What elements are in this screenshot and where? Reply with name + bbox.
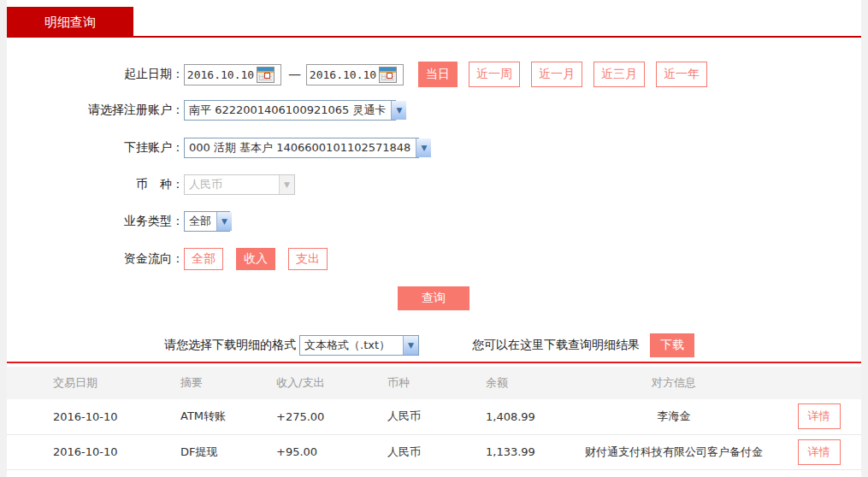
query-button[interactable]: 查询 [398,286,469,310]
col-header-counterparty: 对方信息 [571,367,776,399]
tab-underline [7,36,861,38]
biz-type-select[interactable]: 全部 ▼ [184,211,230,232]
cell-date: 2016-10-10 [7,399,133,434]
tab-detail-query[interactable]: 明细查询 [7,7,133,38]
cell-currency: 人民币 [349,434,447,469]
biz-type-value: 全部 [185,214,216,229]
quick-range-year-button[interactable]: 近一年 [656,62,707,87]
chevron-down-icon[interactable]: ▼ [403,336,418,355]
sub-account-label: 下挂账户： [7,140,184,156]
col-header-date: 交易日期 [7,367,133,399]
table-top-separator [7,362,861,363]
currency-label: 币 种： [7,177,184,192]
flow-income-button[interactable]: 收入 [236,248,275,270]
download-button[interactable]: 下载 [650,333,694,357]
chevron-down-icon[interactable]: ▼ [416,138,431,157]
quick-range-week-button[interactable]: 近一周 [469,62,520,87]
biz-type-label: 业务类型： [7,214,184,229]
quick-range-quarter-button[interactable]: 近三月 [593,62,645,87]
cell-amount: +95.00 [238,434,349,469]
download-format-label: 请您选择下载明细的格式 [164,338,296,353]
sub-account-select[interactable]: 000 活期 基本户 1406600101102571848 ▼ [184,138,419,158]
date-from-input[interactable] [185,66,257,84]
fund-flow-row: 资金流向： 全部 收入 支出 [7,248,340,270]
col-header-amount: 收入/支出 [238,367,349,399]
content-panel: 明细查询 起止日期： — 当日 近一周 近一月 近三月 近一年 请选择注册账户：… [7,0,861,477]
register-account-label: 请选择注册账户： [7,103,184,118]
date-range-label: 起止日期： [7,67,184,82]
download-format-value: 文本格式（.txt） [300,338,403,353]
download-row: 请您选择下载明细的格式 文本格式（.txt） ▼ 您可以在这里下载查询明细结果 … [7,333,694,357]
quick-range-today-button[interactable]: 当日 [418,62,458,87]
cell-date: 2016-10-10 [7,434,133,469]
chevron-down-icon[interactable]: ▼ [391,101,406,120]
col-header-summary: 摘要 [133,367,238,399]
detail-button[interactable]: 详情 [798,439,841,465]
sub-account-row: 下挂账户： 000 活期 基本户 1406600101102571848 ▼ [7,138,419,158]
currency-value: 人民币 [185,177,279,192]
cell-balance: 1,408.99 [447,399,571,434]
calendar-icon[interactable] [379,67,397,83]
download-hint: 您可以在这里下载查询明细结果 [472,338,640,353]
cell-currency: 人民币 [349,399,447,434]
calendar-icon[interactable] [257,67,275,83]
sub-account-value: 000 活期 基本户 1406600101102571848 [185,140,416,156]
biz-type-row: 业务类型： 全部 ▼ [7,211,230,232]
currency-row: 币 种： 人民币 ▼ [7,174,295,195]
col-header-currency: 币种 [349,367,447,399]
cell-counterparty: 李海金 [571,399,776,434]
date-range-row: 起止日期： — 当日 近一周 近一月 近三月 近一年 [7,62,707,87]
flow-all-button[interactable]: 全部 [184,248,223,270]
chevron-down-icon[interactable]: ▼ [216,212,232,231]
flow-expense-button[interactable]: 支出 [288,248,328,270]
date-from-field[interactable] [184,64,281,85]
detail-button[interactable]: 详情 [798,403,841,429]
download-format-select[interactable]: 文本格式（.txt） ▼ [299,335,419,356]
col-header-action [776,367,861,399]
date-to-field[interactable] [306,64,404,85]
register-account-row: 请选择注册账户： 南平 6222001406100921065 灵通卡 ▼ [7,100,396,121]
chevron-down-icon: ▼ [279,175,294,194]
fund-flow-label: 资金流向： [7,251,184,267]
cell-balance: 1,133.99 [447,434,571,469]
cell-summary: ATM转账 [133,399,238,434]
currency-select: 人民币 ▼ [184,174,295,195]
cell-amount: +275.00 [238,399,349,434]
register-account-value: 南平 6222001406100921065 灵通卡 [185,103,391,118]
register-account-select[interactable]: 南平 6222001406100921065 灵通卡 ▼ [184,100,396,121]
date-range-separator: — [288,67,301,82]
cell-summary: DF提现 [133,434,238,469]
quick-range-month-button[interactable]: 近一月 [531,62,582,87]
table-row: 2016-10-10 ATM转账 +275.00 人民币 1,408.99 李海… [7,399,861,434]
transactions-table: 交易日期 摘要 收入/支出 币种 余额 对方信息 2016-10-10 ATM转… [7,367,861,470]
table-header-row: 交易日期 摘要 收入/支出 币种 余额 对方信息 [7,367,861,399]
cell-counterparty: 财付通支付科技有限公司客户备付金 [571,434,776,469]
table-row: 2016-10-10 DF提现 +95.00 人民币 1,133.99 财付通支… [7,434,861,469]
date-to-input[interactable] [307,66,379,84]
col-header-balance: 余额 [447,367,571,399]
